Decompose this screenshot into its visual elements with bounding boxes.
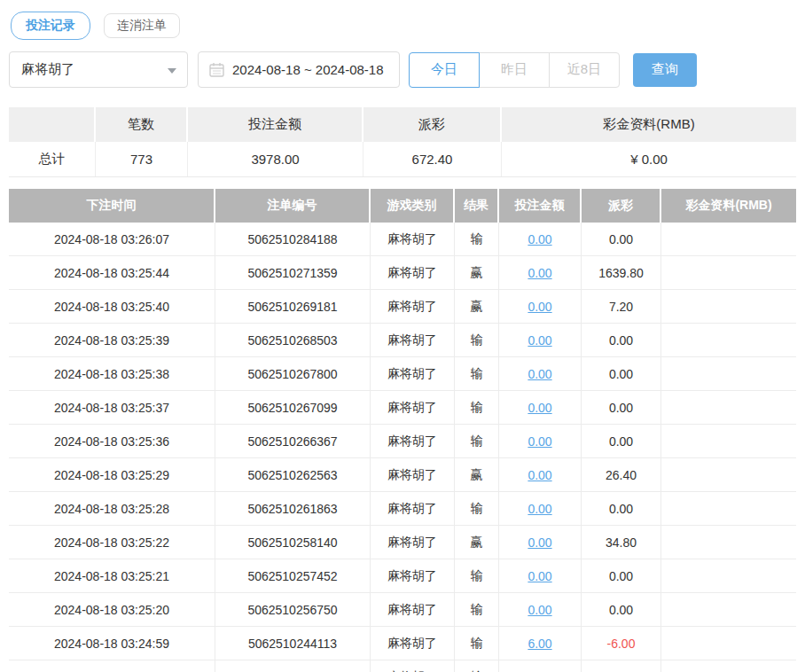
- table-row: 2024-08-18 03:25:395062510268503麻将胡了输0.0…: [9, 324, 796, 357]
- game-type-value: 麻将胡了: [387, 400, 437, 416]
- result-value: 输: [471, 602, 483, 618]
- date-range-value: 2024-08-18 ~ 2024-08-18: [232, 62, 384, 77]
- filter-bar: 麻将胡了 2024-08-18 ~ 2024-08-18 今日 昨日 近8日 查…: [9, 51, 805, 88]
- header-bonus: 彩金资料(RMB): [661, 189, 796, 223]
- payout-cell: 0.00: [582, 223, 661, 255]
- table-row: 2024-08-18 03:25:295062510262563麻将胡了赢0.0…: [9, 458, 796, 492]
- quick-date-button-group: 今日 昨日 近8日: [409, 52, 620, 88]
- summary-header-bet-amount: 投注金额: [188, 107, 363, 142]
- order-number-cell: 5062510266367: [215, 425, 371, 457]
- yesterday-button[interactable]: 昨日: [479, 52, 550, 88]
- order-number-value: 5062510257452: [247, 569, 337, 583]
- order-number-cell: 5062510257452: [215, 559, 371, 592]
- result-value: 输: [471, 501, 483, 517]
- order-number-cell: 5062510243994: [215, 660, 371, 672]
- bet-amount-link[interactable]: 0.00: [528, 468, 551, 482]
- game-type-select[interactable]: 麻将胡了: [9, 51, 188, 88]
- header-payout: 派彩: [582, 189, 661, 223]
- bet-time-cell: 2024-08-18 03:25:22: [9, 526, 215, 559]
- today-button[interactable]: 今日: [409, 52, 480, 88]
- bet-amount-link[interactable]: 0.00: [528, 401, 551, 415]
- game-type-cell: 麻将胡了: [371, 256, 455, 289]
- order-number-value: 5062510262563: [247, 468, 337, 482]
- bet-amount-cell: 0.00: [499, 256, 582, 289]
- order-number-value: 5062510266367: [247, 434, 337, 449]
- bet-amount-cell: 6.00: [499, 627, 582, 660]
- payout-value: 0.00: [609, 603, 633, 617]
- bet-table-rows: 2024-08-18 03:26:075062510284188麻将胡了输0.0…: [9, 223, 796, 672]
- summary-total-bonus: ¥ 0.00: [502, 142, 796, 176]
- payout-value: 7.20: [609, 300, 633, 314]
- game-type-cell: 麻将胡了: [371, 526, 455, 559]
- bet-amount-link[interactable]: 0.00: [528, 232, 551, 246]
- bet-time-cell: 2024-08-18 03:25:36: [9, 425, 215, 457]
- bonus-cell: [661, 357, 796, 390]
- game-type-value: 麻将胡了: [387, 366, 437, 382]
- result-value: 输: [471, 568, 483, 584]
- summary-header-blank: [9, 107, 96, 142]
- summary-header-count: 笔数: [96, 107, 188, 142]
- bonus-cell: [661, 559, 796, 592]
- order-number-value: 5062510268503: [247, 333, 337, 348]
- order-number-cell: 5062510258140: [215, 526, 371, 559]
- bonus-cell: [661, 324, 796, 356]
- result-cell: 输: [455, 324, 499, 356]
- result-value: 输: [471, 400, 483, 416]
- bet-amount-cell: 0.00: [499, 357, 582, 390]
- order-number-value: 5062510284188: [247, 232, 337, 246]
- header-bet-time: 下注时间: [9, 189, 215, 223]
- order-number-cell: 5062510271359: [215, 256, 371, 289]
- header-order-number: 注单编号: [215, 189, 371, 223]
- summary-total-count: 773: [96, 142, 188, 176]
- bet-amount-link[interactable]: 0.00: [528, 569, 551, 583]
- payout-value: 0.00: [609, 569, 633, 583]
- result-cell: 赢: [455, 290, 499, 323]
- table-row: 2024-08-18 03:25:405062510269181麻将胡了赢0.0…: [9, 290, 796, 324]
- bet-amount-link[interactable]: 6.00: [528, 637, 551, 651]
- bet-time-value: 2024-08-18 03:25:44: [54, 266, 169, 280]
- bet-amount-cell: 0.00: [499, 559, 582, 592]
- summary-total-row: 总计 773 3978.00 672.40 ¥ 0.00: [9, 142, 796, 177]
- payout-cell: 0.00: [582, 425, 661, 457]
- last-8-days-button[interactable]: 近8日: [549, 52, 620, 88]
- bet-amount-link[interactable]: 0.00: [528, 603, 551, 617]
- bet-time-value: 2024-08-18 03:25:20: [54, 603, 169, 617]
- bonus-cell: [661, 526, 796, 559]
- order-number-cell: 5062510256750: [215, 593, 371, 626]
- payout-cell: 0.00: [582, 492, 661, 525]
- summary-header-bonus: 彩金资料(RMB): [502, 107, 796, 142]
- query-button[interactable]: 查询: [633, 53, 697, 87]
- order-number-cell: 5062510267800: [215, 357, 371, 390]
- bet-amount-cell: 0.00: [499, 526, 582, 559]
- payout-value: 0.00: [609, 333, 633, 348]
- bet-amount-cell: 0.00: [499, 324, 582, 356]
- result-cell: 输: [455, 357, 499, 390]
- game-type-value: 麻将胡了: [387, 669, 437, 672]
- header-result: 结果: [455, 189, 499, 223]
- bet-time-cell: 2024-08-18 03:25:20: [9, 593, 215, 626]
- game-type-value: 麻将胡了: [387, 535, 437, 551]
- bet-time-cell: 2024-08-18 03:25:44: [9, 256, 215, 289]
- bet-amount-link[interactable]: 0.00: [528, 333, 551, 348]
- payout-value: 0.00: [609, 434, 633, 449]
- payout-value: 0.00: [609, 367, 633, 381]
- tab-cancelled-orders[interactable]: 连消注单: [104, 13, 180, 38]
- date-range-picker[interactable]: 2024-08-18 ~ 2024-08-18: [198, 51, 400, 88]
- bet-time-cell: 2024-08-18 03:25:40: [9, 290, 215, 323]
- bonus-cell: [661, 391, 796, 424]
- bet-amount-link[interactable]: 0.00: [528, 367, 551, 381]
- order-number-value: 5062510258140: [247, 535, 337, 550]
- bet-time-value: 2024-08-18 03:25:37: [54, 401, 169, 415]
- payout-value: -6.00: [607, 637, 636, 651]
- tab-betting-records[interactable]: 投注记录: [11, 12, 90, 40]
- bet-time-value: 2024-08-18 03:25:29: [54, 468, 169, 482]
- bet-amount-link[interactable]: 0.00: [528, 300, 551, 314]
- bet-amount-link[interactable]: 0.00: [528, 434, 551, 449]
- bet-amount-link[interactable]: 0.00: [528, 535, 551, 550]
- bet-amount-link[interactable]: 0.00: [528, 502, 551, 516]
- table-row: 2024-08-18 03:26:075062510284188麻将胡了输0.0…: [9, 223, 796, 256]
- table-header-row: 下注时间 注单编号 游戏类别 结果 投注金额 派彩 彩金资料(RMB): [9, 189, 796, 223]
- bet-amount-link[interactable]: 0.00: [528, 266, 551, 280]
- bet-time-value: 2024-08-18 03:25:39: [54, 333, 169, 348]
- result-value: 输: [471, 332, 483, 348]
